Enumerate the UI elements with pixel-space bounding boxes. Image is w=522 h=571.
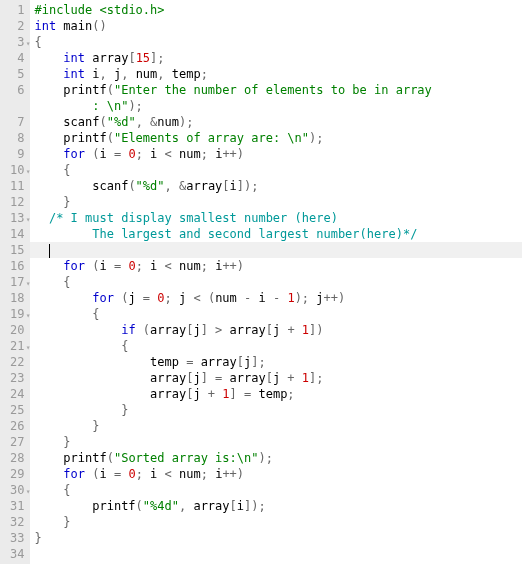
token-op: );	[179, 115, 193, 129]
line-number[interactable]: 25	[10, 402, 24, 418]
line-number[interactable]: 26	[10, 418, 24, 434]
token-op: ;	[136, 147, 150, 161]
line-number[interactable]: 32	[10, 514, 24, 530]
line-number[interactable]: 23	[10, 370, 24, 386]
line-number[interactable]: 6	[10, 82, 24, 98]
code-line[interactable]: int main()	[30, 18, 522, 34]
code-line[interactable]: {	[30, 482, 522, 498]
line-number[interactable]: 5	[10, 66, 24, 82]
code-line[interactable]: printf("Elements of array are: \n");	[30, 130, 522, 146]
token-str: "Elements of array are: \n"	[114, 131, 309, 145]
code-line[interactable]: {	[30, 162, 522, 178]
line-number[interactable]: 21▾	[10, 338, 24, 354]
code-line[interactable]: }	[30, 514, 522, 530]
line-number[interactable]: 33	[10, 530, 24, 546]
code-line[interactable]: array[j] = array[j + 1];	[30, 370, 522, 386]
code-line[interactable]: temp = array[j];	[30, 354, 522, 370]
line-number[interactable]: 12	[10, 194, 24, 210]
fold-toggle-icon[interactable]: ▾	[26, 484, 31, 500]
token-op: +	[287, 371, 301, 385]
line-number[interactable]: 1	[10, 2, 24, 18]
code-line[interactable]: The largest and second largest number(he…	[30, 226, 522, 242]
token-kw: int	[63, 67, 85, 81]
code-line[interactable]: for (j = 0; j < (num - i - 1); j++)	[30, 290, 522, 306]
code-line[interactable]: }	[30, 418, 522, 434]
token-op: {	[34, 163, 70, 177]
line-number[interactable]: 14	[10, 226, 24, 242]
token-id	[34, 259, 63, 273]
line-number[interactable]: 18	[10, 290, 24, 306]
fold-toggle-icon[interactable]: ▾	[26, 276, 31, 292]
code-line[interactable]: {	[30, 306, 522, 322]
code-line[interactable]: {	[30, 34, 522, 50]
code-line[interactable]: {	[30, 274, 522, 290]
code-line[interactable]: for (i = 0; i < num; i++)	[30, 146, 522, 162]
fold-toggle-icon[interactable]: ▾	[26, 212, 31, 228]
code-line[interactable]: /* I must display smallest number (here)	[30, 210, 522, 226]
token-str: "Sorted array is:\n"	[114, 451, 259, 465]
token-op: [	[266, 323, 273, 337]
token-op: {	[34, 275, 70, 289]
line-number-gutter[interactable]: 123▾45678910▾111213▾14151617▾1819▾2021▾2…	[0, 0, 30, 564]
code-line[interactable]: {	[30, 338, 522, 354]
code-line[interactable]: printf("%4d", array[i]);	[30, 498, 522, 514]
code-line[interactable]: }	[30, 402, 522, 418]
code-line[interactable]: printf("Sorted array is:\n");	[30, 450, 522, 466]
code-area[interactable]: #include <stdio.h>int main(){ int array[…	[30, 0, 522, 564]
line-number[interactable]: 11	[10, 178, 24, 194]
code-line[interactable]: #include <stdio.h>	[30, 2, 522, 18]
token-op: +	[208, 387, 222, 401]
line-number[interactable]: 34	[10, 546, 24, 562]
code-line[interactable]: scanf("%d", &num);	[30, 114, 522, 130]
line-number[interactable]: 4	[10, 50, 24, 66]
line-number[interactable]: 3▾	[10, 34, 24, 50]
token-op: , &	[136, 115, 158, 129]
line-number[interactable]: 15	[10, 242, 24, 258]
code-line[interactable]: int i, j, num, temp;	[30, 66, 522, 82]
code-line[interactable]: if (array[j] > array[j + 1])	[30, 322, 522, 338]
line-number[interactable]: 17▾	[10, 274, 24, 290]
line-number[interactable]: 31	[10, 498, 24, 514]
token-id: array	[230, 371, 266, 385]
line-number[interactable]: 29	[10, 466, 24, 482]
line-number[interactable]: 8	[10, 130, 24, 146]
line-number[interactable]: 13▾	[10, 210, 24, 226]
token-str: : \n"	[34, 99, 128, 113]
code-line[interactable]	[30, 242, 522, 258]
code-line[interactable]: array[j + 1] = temp;	[30, 386, 522, 402]
code-line[interactable]	[30, 546, 522, 562]
token-str: "%4d"	[143, 499, 179, 513]
code-line[interactable]: int array[15];	[30, 50, 522, 66]
fold-toggle-icon[interactable]: ▾	[26, 164, 31, 180]
fold-toggle-icon[interactable]: ▾	[26, 308, 31, 324]
line-number[interactable]: 24	[10, 386, 24, 402]
line-number[interactable]: 16	[10, 258, 24, 274]
line-number[interactable]: 30▾	[10, 482, 24, 498]
token-op: -	[244, 291, 258, 305]
token-op: ] =	[201, 371, 230, 385]
code-line[interactable]: : \n");	[30, 98, 522, 114]
token-num: 0	[157, 291, 164, 305]
code-line[interactable]: for (i = 0; i < num; i++)	[30, 258, 522, 274]
line-number[interactable]: 19▾	[10, 306, 24, 322]
line-number[interactable]: 9	[10, 146, 24, 162]
code-line[interactable]: for (i = 0; i < num; i++)	[30, 466, 522, 482]
token-num: 15	[136, 51, 150, 65]
line-number[interactable]: 10▾	[10, 162, 24, 178]
fold-toggle-icon[interactable]: ▾	[26, 340, 31, 356]
fold-toggle-icon[interactable]: ▾	[26, 36, 31, 52]
code-line[interactable]: }	[30, 434, 522, 450]
line-number[interactable]: 28	[10, 450, 24, 466]
line-number[interactable]	[10, 98, 24, 114]
line-number[interactable]: 7	[10, 114, 24, 130]
code-line[interactable]: }	[30, 194, 522, 210]
line-number[interactable]: 27	[10, 434, 24, 450]
line-number[interactable]: 20	[10, 322, 24, 338]
token-id: i	[150, 467, 164, 481]
line-number[interactable]: 2	[10, 18, 24, 34]
token-id: j	[193, 323, 200, 337]
code-line[interactable]: scanf("%d", &array[i]);	[30, 178, 522, 194]
line-number[interactable]: 22	[10, 354, 24, 370]
code-line[interactable]: }	[30, 530, 522, 546]
code-line[interactable]: printf("Enter the number of elements to …	[30, 82, 522, 98]
